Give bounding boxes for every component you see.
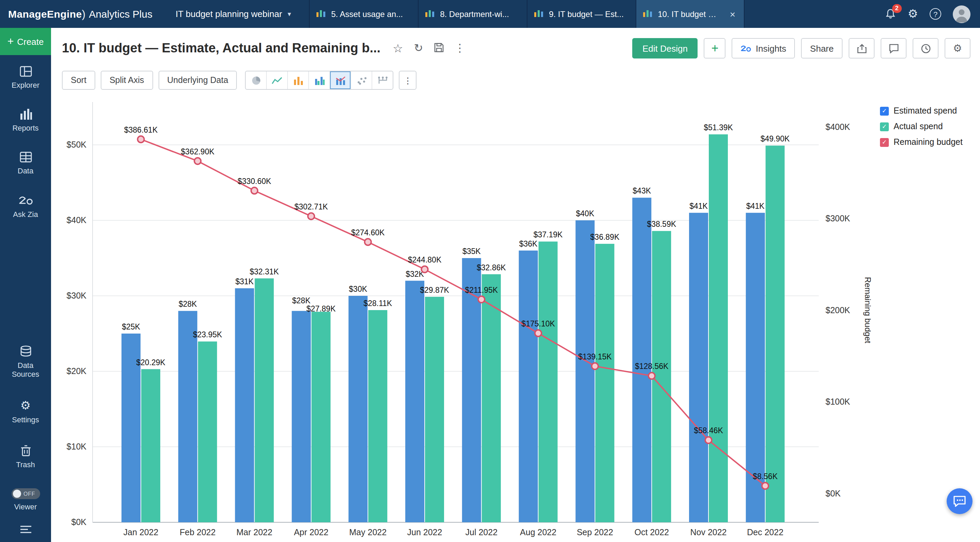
zia-chat-button[interactable]: [947, 488, 972, 514]
top-actions: 2 ⚙ ?: [885, 5, 971, 23]
legend-item-actual-spend[interactable]: ✓ Actual spend: [880, 122, 963, 131]
sort-button[interactable]: Sort: [62, 71, 95, 90]
more-options-icon[interactable]: ⋮: [454, 43, 465, 54]
reports-icon: [19, 109, 32, 120]
comments-button[interactable]: [881, 38, 907, 59]
insights-label: Insights: [756, 43, 786, 53]
legend-label: Remaining budget: [894, 137, 963, 147]
create-label: Create: [17, 36, 43, 47]
line-chart-icon[interactable]: [266, 71, 288, 89]
svg-text:Jan 2022: Jan 2022: [124, 528, 159, 537]
report-tabs: 5. Asset usage an... 8. Department-wi...…: [309, 0, 744, 28]
sidebar-item-ask-zia[interactable]: Ask Zia: [13, 195, 38, 219]
svg-text:$58.46K: $58.46K: [694, 426, 723, 435]
zia-insights-icon: [741, 44, 752, 53]
refresh-icon[interactable]: ↻: [414, 43, 423, 54]
workspace-selector[interactable]: IT budget planning webinar ▾: [176, 9, 291, 19]
svg-text:$400K: $400K: [826, 122, 850, 132]
trash-icon: [20, 445, 31, 456]
sidebar-item-label: Data Sources: [5, 361, 46, 379]
gear-icon[interactable]: ⚙: [908, 8, 918, 20]
sidebar-item-data[interactable]: Data: [18, 152, 34, 176]
report-tab-4-active[interactable]: 10. IT budget — E... ×: [635, 0, 744, 28]
save-icon[interactable]: [434, 43, 443, 54]
logo-swoosh-icon: ): [82, 8, 86, 20]
clock-icon: [920, 43, 931, 53]
history-button[interactable]: [913, 38, 939, 59]
tab-close-icon[interactable]: ×: [729, 8, 737, 19]
report-settings-button[interactable]: ⚙: [945, 38, 970, 59]
scatter-chart-icon[interactable]: [351, 71, 372, 89]
svg-text:$28.11K: $28.11K: [363, 299, 392, 308]
underlying-data-button[interactable]: Underlying Data: [158, 71, 237, 90]
toolbar-more-icon[interactable]: ⋮: [399, 71, 417, 90]
sidebar-item-trash[interactable]: Trash: [16, 445, 35, 469]
sidebar-item-data-sources[interactable]: Data Sources: [5, 346, 46, 379]
legend-checkbox-checked[interactable]: ✓: [880, 138, 889, 147]
legend-checkbox-checked[interactable]: ✓: [880, 106, 889, 115]
combo-chart[interactable]: $0K$10K$20K$30K$40K$50K$0K$100K$200K$300…: [51, 95, 980, 542]
toggle-state: OFF: [24, 491, 35, 497]
tab-label: 10. IT budget — E...: [658, 9, 723, 19]
svg-text:$30K: $30K: [67, 291, 87, 300]
help-button[interactable]: ?: [930, 8, 941, 20]
svg-text:$49.90K: $49.90K: [760, 134, 790, 143]
bar-chart-icon[interactable]: [288, 71, 309, 89]
main-content: 10. IT budget — Estimate, Actual and Rem…: [51, 28, 980, 542]
svg-text:$300K: $300K: [826, 214, 850, 223]
create-button[interactable]: + Create: [0, 28, 51, 55]
split-axis-button[interactable]: Split Axis: [101, 71, 153, 90]
share-button[interactable]: Share: [801, 38, 843, 59]
data-table-icon: [19, 152, 32, 163]
flow-chart-icon[interactable]: [372, 71, 393, 89]
svg-text:$274.60K: $274.60K: [351, 228, 385, 237]
svg-text:$8.56K: $8.56K: [753, 472, 778, 481]
svg-text:$32.86K: $32.86K: [477, 263, 506, 272]
explorer-icon: [19, 66, 32, 77]
svg-text:$31K: $31K: [235, 277, 254, 286]
viewer-toggle[interactable]: OFF: [11, 488, 40, 499]
pie-chart-icon[interactable]: [246, 71, 266, 89]
collapse-sidebar-icon[interactable]: [19, 524, 32, 537]
brand-manageengine: ManageEngine: [8, 8, 82, 19]
svg-text:$0K: $0K: [826, 489, 841, 498]
settings-gear-icon: ⚙: [21, 399, 31, 411]
edit-design-button[interactable]: Edit Design: [632, 38, 698, 59]
legend-label: Estimated spend: [894, 106, 957, 116]
svg-text:$43K: $43K: [633, 186, 651, 195]
svg-text:May 2022: May 2022: [349, 528, 387, 537]
check-icon: ✓: [882, 139, 887, 146]
svg-text:Feb 2022: Feb 2022: [180, 528, 216, 537]
svg-text:$27.89K: $27.89K: [307, 304, 336, 313]
insights-button[interactable]: Insights: [732, 38, 795, 59]
user-avatar[interactable]: [953, 5, 970, 23]
legend-item-remaining-budget[interactable]: ✓ Remaining budget: [880, 137, 963, 147]
sidebar-item-settings[interactable]: ⚙ Settings: [12, 399, 39, 424]
sidebar-item-label: Trash: [16, 460, 35, 469]
svg-text:$20.29K: $20.29K: [136, 358, 165, 367]
legend-checkbox-checked[interactable]: ✓: [880, 122, 889, 131]
legend-item-estimated-spend[interactable]: ✓ Estimated spend: [880, 106, 963, 116]
sidebar-item-reports[interactable]: Reports: [12, 109, 38, 133]
zia-icon: [18, 195, 33, 206]
favorite-star-icon[interactable]: ☆: [393, 43, 403, 54]
add-button[interactable]: +: [704, 38, 726, 59]
export-button[interactable]: [849, 38, 875, 59]
svg-text:$28K: $28K: [292, 296, 311, 305]
svg-text:$40K: $40K: [67, 215, 87, 225]
chart-type-switcher: [245, 71, 394, 90]
svg-text:$30K: $30K: [349, 285, 367, 293]
sidebar-item-explorer[interactable]: Explorer: [11, 66, 40, 90]
report-tab-1[interactable]: 5. Asset usage an...: [309, 0, 417, 28]
combo-chart-icon-selected[interactable]: [330, 71, 351, 89]
svg-text:Jun 2022: Jun 2022: [407, 528, 442, 537]
tab-chart-icon: [643, 9, 652, 19]
svg-text:$200K: $200K: [826, 305, 850, 315]
notifications-button[interactable]: 2: [885, 8, 896, 20]
grouped-bar-chart-icon[interactable]: [309, 71, 330, 89]
sidebar-item-label: Reports: [12, 124, 38, 133]
report-tab-3[interactable]: 9. IT budget — Est...: [527, 0, 635, 28]
svg-text:$25K: $25K: [122, 322, 140, 331]
header-actions: Edit Design + Insights Share: [632, 38, 970, 59]
report-tab-2[interactable]: 8. Department-wi...: [417, 0, 527, 28]
